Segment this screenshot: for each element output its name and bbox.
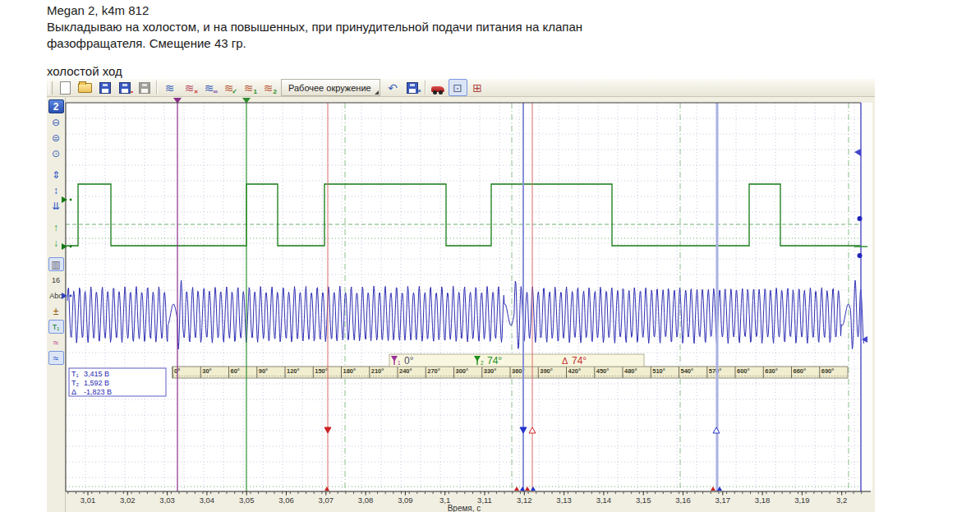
- chart-text: 330°: [484, 367, 497, 375]
- chart-text: 3,16: [675, 496, 691, 505]
- chart-text: 3,415 В: [84, 370, 109, 378]
- plot-top-strip: [66, 97, 872, 103]
- waves-icon: ≋: [165, 82, 175, 94]
- chart-text: 60°: [231, 367, 240, 375]
- save-button[interactable]: [95, 79, 114, 96]
- toolbar: •≋≋×≋∞≋✓≋1≋2Рабочее окружение↶↗⊡⊞: [47, 79, 875, 97]
- chart-text: 630°: [765, 367, 778, 375]
- chart-text: 3,12: [517, 496, 532, 505]
- plot-right-strip: [861, 103, 872, 491]
- chart-area[interactable]: 0°30°60°90°120°150°180°210°240°270°300°3…: [60, 97, 872, 512]
- channel-marker-dot: [70, 246, 72, 248]
- channel-level-dot[interactable]: [858, 216, 863, 221]
- new-file-button[interactable]: [56, 79, 75, 96]
- chart-text: 2: [481, 360, 484, 366]
- cursor-readout-bar: [389, 354, 644, 367]
- workspace-dropdown[interactable]: Рабочее окружение: [281, 79, 380, 96]
- report-button[interactable]: ⊞: [468, 79, 487, 96]
- open-button[interactable]: [76, 79, 94, 96]
- chart-text: 3,2: [836, 496, 847, 505]
- chart-text: 3,09: [398, 496, 413, 505]
- chart-text: 3,05: [239, 496, 255, 505]
- save-as-button[interactable]: •: [115, 79, 134, 96]
- channel-level-dot[interactable]: [858, 253, 863, 258]
- chart-text: 540°: [681, 367, 694, 375]
- vehicle-icon: [431, 86, 444, 92]
- chart-text: 450°: [596, 367, 610, 375]
- chart-text: 120°: [287, 367, 300, 375]
- chart-text: 390°: [540, 367, 553, 375]
- chart-text: 3,07: [319, 496, 334, 505]
- chart-text: 3,19: [794, 496, 810, 505]
- chart-text: 480°: [624, 367, 637, 375]
- chart-text: 3,14: [596, 496, 612, 505]
- waves-slot1-button[interactable]: ≋1: [239, 79, 258, 96]
- chart-text: 570°: [709, 367, 722, 375]
- chart-text: 180°: [343, 367, 357, 375]
- doc-line-2: Выкладываю на холостом, и на повышенных,…: [47, 19, 582, 35]
- oscilloscope-window: •≋≋×≋∞≋✓≋1≋2Рабочее окружение↶↗⊡⊞ 2⊖⊜⊙⇕↕…: [47, 79, 875, 512]
- chart-text: Δ: [562, 356, 568, 366]
- doc-line-1: Megan 2, k4m 812: [47, 2, 582, 19]
- chart-text: 3,03: [159, 496, 175, 505]
- section-label: холостой ход: [47, 64, 122, 78]
- chart-text: 74°: [572, 355, 587, 367]
- channel-marker-dot: [70, 295, 72, 298]
- document-header: Megan 2, k4m 812 Выкладываю на холостом,…: [47, 2, 582, 52]
- waves-slot2-icon: ≋: [264, 82, 274, 94]
- waves-compare-button[interactable]: ≋×: [180, 79, 199, 96]
- chart-text: 3,04: [200, 496, 215, 505]
- chart-text: 510°: [652, 367, 665, 375]
- new-file-icon: [60, 81, 71, 95]
- measurements-toggle[interactable]: ⊡: [449, 79, 467, 96]
- chart-text: 420°: [568, 367, 582, 375]
- chart-text: 3,17: [715, 496, 731, 505]
- chart-text: 74°: [487, 355, 502, 367]
- chart-text: 600°: [737, 367, 750, 375]
- channel-marker-dot: [70, 199, 72, 201]
- badge: 2: [274, 89, 277, 95]
- chart-text: 300°: [456, 367, 469, 375]
- save-copy-button[interactable]: [135, 79, 154, 96]
- toolbar-separator: [425, 81, 426, 95]
- waves-overlay-button[interactable]: ≋∞: [200, 79, 219, 96]
- badge: •: [131, 89, 133, 95]
- chart-text: 3,13: [556, 496, 572, 505]
- chart-text: 3,15: [636, 496, 651, 505]
- report-icon: ⊞: [472, 82, 482, 94]
- chart-text: 3,18: [755, 496, 771, 505]
- toolbar-separator: [156, 81, 158, 95]
- waves-accept-button[interactable]: ≋✓: [219, 79, 238, 96]
- oscilloscope-plot[interactable]: 0°30°60°90°120°150°180°210°240°270°300°3…: [60, 97, 872, 512]
- save-workspace-button[interactable]: ↗: [403, 79, 422, 96]
- save-copy-icon: [139, 82, 150, 94]
- chart-text: 690°: [821, 367, 835, 375]
- save-icon: [99, 82, 111, 94]
- waves-button[interactable]: ≋: [160, 79, 179, 96]
- measurements-icon: ⊡: [453, 82, 462, 94]
- badge: ↗: [416, 89, 421, 95]
- open-icon: [78, 83, 92, 93]
- chart-text: T₁: [71, 370, 79, 378]
- badge: ∞: [213, 89, 218, 95]
- waves-compare-icon: ≋: [185, 82, 195, 94]
- vehicle-button[interactable]: [429, 79, 448, 96]
- chart-text: 1: [398, 360, 401, 366]
- chart-text: 90°: [259, 367, 268, 375]
- page: Megan 2, k4m 812 Выкладываю на холостом,…: [0, 0, 980, 512]
- chart-text: 150°: [315, 367, 328, 375]
- chart-text: 0°: [404, 355, 414, 367]
- toolbar-grip[interactable]: [48, 81, 53, 95]
- undo-button[interactable]: ↶: [384, 79, 403, 96]
- chart-text: 270°: [427, 367, 440, 375]
- chart-text: 3,02: [120, 496, 136, 505]
- doc-line-3: фазофращателя. Смещение 43 гр.: [47, 35, 582, 52]
- waves-slot2-button[interactable]: ≋2: [259, 79, 278, 96]
- chart-text: T₂: [71, 379, 79, 387]
- undo-icon: ↶: [388, 82, 398, 94]
- chart-text: 3,08: [358, 496, 374, 505]
- chart-text: Δ: [71, 388, 76, 396]
- save-as-icon: [119, 82, 131, 94]
- chart-text: Время, с: [448, 504, 481, 512]
- chart-text: 210°: [371, 367, 384, 375]
